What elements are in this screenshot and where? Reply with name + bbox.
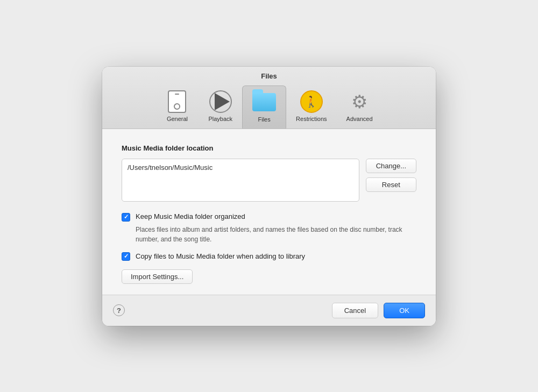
checkbox1[interactable] — [122, 213, 130, 222]
play-icon — [209, 90, 232, 113]
reset-button[interactable]: Reset — [366, 177, 416, 192]
help-button[interactable]: ? — [113, 304, 125, 316]
main-content: Music Media folder location Change... Re… — [102, 129, 436, 295]
files-dialog: Files General Playback — [102, 67, 436, 326]
tab-advanced-icon: ⚙ — [348, 90, 371, 113]
section-title: Music Media folder location — [122, 144, 416, 152]
path-field[interactable] — [122, 159, 359, 202]
tab-advanced-label: Advanced — [346, 116, 373, 122]
cancel-button[interactable]: Cancel — [332, 303, 378, 318]
toolbar: General Playback Files — [102, 85, 436, 129]
tab-advanced[interactable]: ⚙ Advanced — [337, 85, 383, 129]
title-bar: Files General Playback — [102, 67, 436, 129]
restrictions-icon: 🚶 — [300, 90, 323, 113]
change-button[interactable]: Change... — [366, 159, 416, 173]
ok-button[interactable]: OK — [384, 303, 425, 318]
checkbox2-label: Copy files to Music Media folder when ad… — [136, 252, 305, 260]
tab-restrictions[interactable]: 🚶 Restrictions — [286, 85, 336, 129]
import-settings-button[interactable]: Import Settings... — [122, 269, 193, 284]
tab-playback-icon — [209, 90, 232, 113]
footer-buttons: Cancel OK — [332, 303, 425, 318]
footer: ? Cancel OK — [102, 295, 436, 326]
tab-general[interactable]: General — [155, 85, 199, 129]
path-row: Change... Reset — [122, 159, 416, 202]
tab-restrictions-icon: 🚶 — [300, 90, 323, 113]
tab-playback[interactable]: Playback — [199, 85, 242, 129]
tab-general-label: General — [167, 116, 188, 122]
tab-restrictions-label: Restrictions — [296, 116, 327, 122]
tab-files[interactable]: Files — [242, 85, 286, 129]
tab-playback-label: Playback — [208, 116, 232, 122]
tab-files-icon — [252, 90, 276, 114]
dialog-title: Files — [102, 72, 436, 80]
play-triangle — [215, 93, 230, 110]
button-group: Change... Reset — [366, 159, 416, 192]
checkbox2-row: Copy files to Music Media folder when ad… — [122, 252, 416, 261]
tab-general-icon — [165, 90, 189, 113]
gear-icon: ⚙ — [351, 92, 367, 111]
checkbox1-label: Keep Music Media folder organized — [136, 212, 245, 220]
device-icon — [168, 90, 186, 113]
checkbox1-row: Keep Music Media folder organized — [122, 212, 416, 222]
checkbox2[interactable] — [122, 252, 130, 261]
folder-icon — [252, 93, 276, 111]
checkbox1-desc: Places files into album and artist folde… — [136, 225, 416, 244]
tab-files-label: Files — [258, 116, 270, 123]
